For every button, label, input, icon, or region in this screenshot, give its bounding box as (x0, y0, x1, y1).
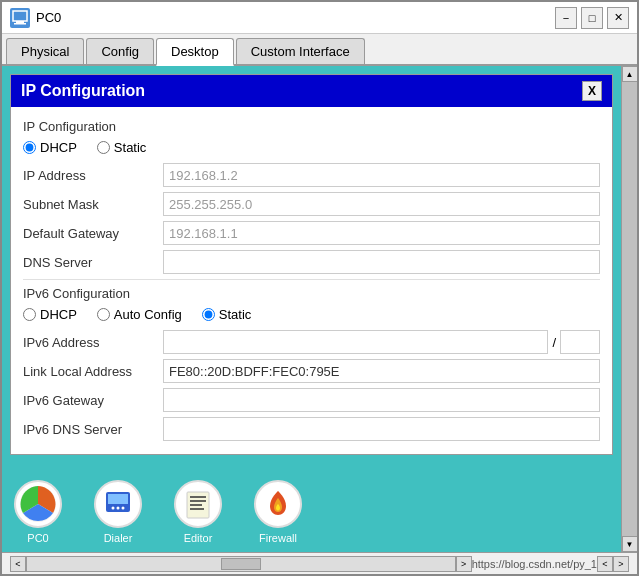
scroll-up-arrow[interactable]: ▲ (622, 66, 638, 82)
subnet-mask-row: Subnet Mask (23, 192, 600, 216)
window-icon (10, 8, 30, 28)
title-bar-buttons: − □ ✕ (555, 7, 629, 29)
scroll-right-button[interactable]: > (456, 556, 472, 572)
ipv4-static-radio[interactable] (97, 141, 110, 154)
ipv6-static-radio[interactable] (202, 308, 215, 321)
ipv6-static-label: Static (219, 307, 252, 322)
editor-icon-circle (174, 480, 222, 528)
ip-address-label: IP Address (23, 168, 163, 183)
tab-custom-interface[interactable]: Custom Interface (236, 38, 365, 64)
ipv6-address-input[interactable] (163, 330, 548, 354)
window: PC0 − □ ✕ Physical Config Desktop Custom… (0, 0, 639, 576)
pc-icon[interactable]: PC0 (14, 480, 62, 544)
window-title: PC0 (36, 10, 555, 25)
dialer-icon-container[interactable]: Dialer (94, 480, 142, 544)
default-gateway-label: Default Gateway (23, 226, 163, 241)
main-content: ▲ ▼ IP Configuration X IP Configuration … (2, 66, 637, 552)
dns-server-row: DNS Server (23, 250, 600, 274)
ipv6-address-label: IPv6 Address (23, 335, 163, 350)
ipv4-section-title: IP Configuration (23, 119, 600, 134)
subnet-mask-label: Subnet Mask (23, 197, 163, 212)
link-local-address-input[interactable] (163, 359, 600, 383)
ipv6-auto-option[interactable]: Auto Config (97, 307, 182, 322)
vertical-scrollbar[interactable]: ▲ ▼ (621, 66, 637, 552)
dialer-icon-circle (94, 480, 142, 528)
minimize-button[interactable]: − (555, 7, 577, 29)
status-bar: < > https://blog.csdn.net/py_1 < > (2, 552, 637, 574)
ipv6-gateway-input[interactable] (163, 388, 600, 412)
ipv6-auto-label: Auto Config (114, 307, 182, 322)
page-forward-button[interactable]: > (613, 556, 629, 572)
status-url: https://blog.csdn.net/py_1 (472, 558, 597, 570)
dialer-svg (102, 488, 134, 520)
svg-point-7 (117, 507, 120, 510)
scroll-down-arrow[interactable]: ▼ (622, 536, 638, 552)
tab-config[interactable]: Config (86, 38, 154, 64)
ipv6-address-row: IPv6 Address / (23, 330, 600, 354)
ipv6-static-option[interactable]: Static (202, 307, 252, 322)
ip-config-panel: IP Configuration X IP Configuration DHCP… (10, 74, 613, 455)
svg-rect-5 (108, 494, 128, 504)
ipv6-dns-server-input[interactable] (163, 417, 600, 441)
ip-address-row: IP Address (23, 163, 600, 187)
link-local-address-label: Link Local Address (23, 364, 163, 379)
ipv6-dhcp-option[interactable]: DHCP (23, 307, 77, 322)
ip-config-title: IP Configuration (21, 82, 145, 100)
horizontal-scroll-track[interactable] (26, 556, 456, 572)
bottom-icon-bar: PC0 Dialer (2, 472, 637, 552)
tab-physical[interactable]: Physical (6, 38, 84, 64)
ipv4-static-option[interactable]: Static (97, 140, 147, 155)
editor-svg (182, 488, 214, 520)
firewall-icon-circle (254, 480, 302, 528)
ip-config-header: IP Configuration X (11, 75, 612, 107)
firewall-svg (262, 488, 294, 520)
ipv6-dns-server-row: IPv6 DNS Server (23, 417, 600, 441)
dns-server-input[interactable] (163, 250, 600, 274)
close-button[interactable]: ✕ (607, 7, 629, 29)
svg-point-6 (112, 507, 115, 510)
dns-server-label: DNS Server (23, 255, 163, 270)
ipv6-slash: / (552, 330, 556, 354)
tab-desktop[interactable]: Desktop (156, 38, 234, 66)
ip-config-close-button[interactable]: X (582, 81, 602, 101)
editor-icon-container[interactable]: Editor (174, 480, 222, 544)
horizontal-scroll-thumb[interactable] (221, 558, 261, 570)
svg-point-8 (122, 507, 125, 510)
svg-rect-1 (16, 21, 24, 23)
pc-icon-circle (14, 480, 62, 528)
pie-chart-svg (17, 483, 59, 525)
ipv6-address-input-group: / (163, 330, 600, 354)
ipv4-dhcp-radio[interactable] (23, 141, 36, 154)
ipv6-dns-server-label: IPv6 DNS Server (23, 422, 163, 437)
subnet-mask-input[interactable] (163, 192, 600, 216)
default-gateway-input[interactable] (163, 221, 600, 245)
ipv6-radio-row: DHCP Auto Config Static (23, 307, 600, 322)
svg-rect-2 (14, 23, 26, 25)
ipv6-dhcp-label: DHCP (40, 307, 77, 322)
ipv4-radio-row: DHCP Static (23, 140, 600, 155)
ipv6-gateway-row: IPv6 Gateway (23, 388, 600, 412)
scroll-left-button[interactable]: < (10, 556, 26, 572)
pc-icon-label: PC0 (27, 532, 48, 544)
firewall-label: Firewall (259, 532, 297, 544)
ipv6-prefix-input[interactable] (560, 330, 600, 354)
scroll-track[interactable] (622, 82, 637, 536)
ipv4-static-label: Static (114, 140, 147, 155)
ipv4-dhcp-option[interactable]: DHCP (23, 140, 77, 155)
ipv4-dhcp-label: DHCP (40, 140, 77, 155)
tab-bar: Physical Config Desktop Custom Interface (2, 34, 637, 66)
dialer-label: Dialer (104, 532, 133, 544)
ip-config-body: IP Configuration DHCP Static IP Address (11, 107, 612, 454)
default-gateway-row: Default Gateway (23, 221, 600, 245)
title-bar: PC0 − □ ✕ (2, 2, 637, 34)
ipv6-gateway-label: IPv6 Gateway (23, 393, 163, 408)
firewall-icon-container[interactable]: Firewall (254, 480, 302, 544)
page-back-button[interactable]: < (597, 556, 613, 572)
editor-label: Editor (184, 532, 213, 544)
link-local-address-row: Link Local Address (23, 359, 600, 383)
ipv6-dhcp-radio[interactable] (23, 308, 36, 321)
ipv6-section-title: IPv6 Configuration (23, 286, 600, 301)
ip-address-input[interactable] (163, 163, 600, 187)
maximize-button[interactable]: □ (581, 7, 603, 29)
ipv6-auto-radio[interactable] (97, 308, 110, 321)
